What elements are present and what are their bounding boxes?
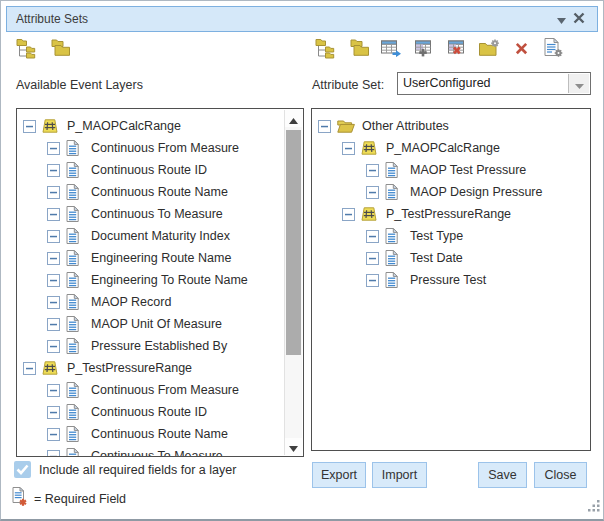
attribute-set-dropdown[interactable]: UserConfigured — [397, 72, 591, 95]
tree-node-label[interactable]: Engineering To Route Name — [89, 273, 250, 287]
add-field-button[interactable] — [411, 38, 437, 62]
collapse-toggle[interactable] — [23, 120, 36, 133]
collapse-toggle[interactable] — [366, 274, 379, 287]
left-panel-scrollbar[interactable] — [284, 110, 302, 455]
collapse-toggle[interactable] — [47, 230, 60, 243]
tree-indent — [318, 258, 366, 259]
collapse-toggle[interactable] — [47, 384, 60, 397]
delete-attribute-set-button[interactable] — [508, 38, 534, 62]
tree-row: MAOP Design Pressure — [318, 181, 590, 203]
table-arrow-icon — [381, 40, 402, 61]
collapse-toggle[interactable] — [47, 164, 60, 177]
collapse-set-tree-button[interactable] — [346, 38, 372, 62]
tree-indent — [23, 236, 47, 237]
add-layer-button[interactable] — [378, 38, 404, 62]
tree-node-label[interactable]: Continuous Route Name — [89, 185, 230, 199]
collapse-toggle[interactable] — [47, 252, 60, 265]
expand-set-tree-button[interactable] — [313, 38, 339, 62]
collapse-toggle[interactable] — [47, 186, 60, 199]
collapse-toggle[interactable] — [342, 142, 355, 155]
tree-node-label[interactable]: Test Date — [408, 251, 465, 265]
collapse-toggle[interactable] — [47, 274, 60, 287]
collapse-toggle[interactable] — [47, 450, 60, 458]
attribute-set-panel: Other AttributesP_MAOPCalcRangeMAOP Test… — [311, 108, 591, 451]
tree-node-label[interactable]: Continuous From Measure — [89, 383, 241, 397]
event-layer-icon — [42, 119, 61, 133]
dropdown-arrow-button[interactable] — [568, 74, 589, 93]
export-button[interactable]: Export — [312, 462, 366, 488]
save-button[interactable]: Save — [478, 462, 527, 488]
scroll-up-button[interactable] — [285, 110, 302, 127]
collapse-toggle[interactable] — [342, 208, 355, 221]
tree-node-label[interactable]: Continuous Route Name — [89, 427, 230, 441]
tree-node-label[interactable]: MAOP Design Pressure — [408, 185, 544, 199]
tree-indent — [23, 170, 47, 171]
tree-node-label[interactable]: Other Attributes — [360, 119, 451, 133]
tree-node-label[interactable]: P_MAOPCalcRange — [384, 141, 502, 155]
table-add-icon — [413, 40, 434, 61]
close-button[interactable]: Close — [534, 462, 587, 488]
remove-field-button[interactable] — [443, 38, 469, 62]
tree-indent — [23, 390, 47, 391]
collapse-toggle[interactable] — [47, 318, 60, 331]
collapse-toggle[interactable] — [47, 208, 60, 221]
collapse-toggle[interactable] — [366, 186, 379, 199]
tree-indent — [23, 280, 47, 281]
required-field-label: = Required Field — [34, 492, 126, 506]
tree-row: P_MAOPCalcRange — [318, 137, 590, 159]
tree-node-label[interactable]: Continuous From Measure — [89, 141, 241, 155]
arrow-up-icon — [289, 110, 298, 128]
tree-node-label[interactable]: Test Type — [408, 229, 465, 243]
field-icon — [66, 272, 85, 288]
field-icon — [385, 228, 404, 244]
import-button[interactable]: Import — [372, 462, 427, 488]
collapse-all-button[interactable] — [47, 38, 73, 62]
tree-indent — [318, 236, 366, 237]
collapse-toggle[interactable] — [47, 428, 60, 441]
tree-node-label[interactable]: Continuous To Measure — [89, 449, 225, 457]
collapse-toggle[interactable] — [318, 120, 331, 133]
folder-tree-icon — [315, 38, 337, 63]
tree-node-label[interactable]: Continuous Route ID — [89, 405, 209, 419]
collapse-toggle[interactable] — [47, 296, 60, 309]
tree-row: P_TestPressureRange — [318, 203, 590, 225]
expand-all-button[interactable] — [14, 38, 40, 62]
tree-node-label[interactable]: MAOP Test Pressure — [408, 163, 528, 177]
tree-indent — [23, 148, 47, 149]
scroll-down-button[interactable] — [285, 438, 302, 455]
collapse-toggle[interactable] — [366, 230, 379, 243]
field-icon — [66, 382, 85, 398]
event-layer-icon — [42, 361, 61, 375]
collapse-toggle[interactable] — [47, 142, 60, 155]
folders-icon — [348, 39, 370, 61]
available-layers-tree: P_MAOPCalcRangeContinuous From MeasureCo… — [23, 115, 303, 457]
folders-icon — [49, 39, 71, 61]
attribute-set-value: UserConfigured — [398, 73, 567, 94]
tree-node-label[interactable]: Engineering Route Name — [89, 251, 233, 265]
attribute-set-tree: Other AttributesP_MAOPCalcRangeMAOP Test… — [318, 115, 590, 291]
close-window-button[interactable] — [570, 10, 588, 28]
tree-node-label[interactable]: Continuous To Measure — [89, 207, 225, 221]
tree-node-label[interactable]: Pressure Established By — [89, 339, 229, 353]
scrollbar-thumb[interactable] — [286, 130, 301, 355]
tree-node-label[interactable]: MAOP Unit Of Measure — [89, 317, 224, 331]
tree-node-label[interactable]: P_TestPressureRange — [65, 361, 194, 375]
tree-node-label[interactable]: Continuous Route ID — [89, 163, 209, 177]
include-required-fields-checkbox[interactable] — [14, 461, 31, 478]
tree-node-label[interactable]: P_TestPressureRange — [384, 207, 513, 221]
collapse-toggle[interactable] — [47, 406, 60, 419]
collapse-toggle[interactable] — [366, 164, 379, 177]
new-attribute-set-button[interactable] — [476, 38, 502, 62]
tree-node-label[interactable]: Pressure Test — [408, 273, 488, 287]
attribute-set-properties-button[interactable] — [541, 38, 567, 62]
tree-node-label[interactable]: Document Maturity Index — [89, 229, 232, 243]
tree-row: Pressure Established By — [23, 335, 303, 357]
tree-node-label[interactable]: P_MAOPCalcRange — [65, 119, 183, 133]
collapse-toggle[interactable] — [23, 362, 36, 375]
tree-row: Continuous Route Name — [23, 181, 303, 203]
resize-grip[interactable] — [588, 498, 600, 516]
collapse-toggle[interactable] — [366, 252, 379, 265]
tree-node-label[interactable]: MAOP Record — [89, 295, 173, 309]
window-menu-button[interactable] — [552, 10, 570, 28]
collapse-toggle[interactable] — [47, 340, 60, 353]
